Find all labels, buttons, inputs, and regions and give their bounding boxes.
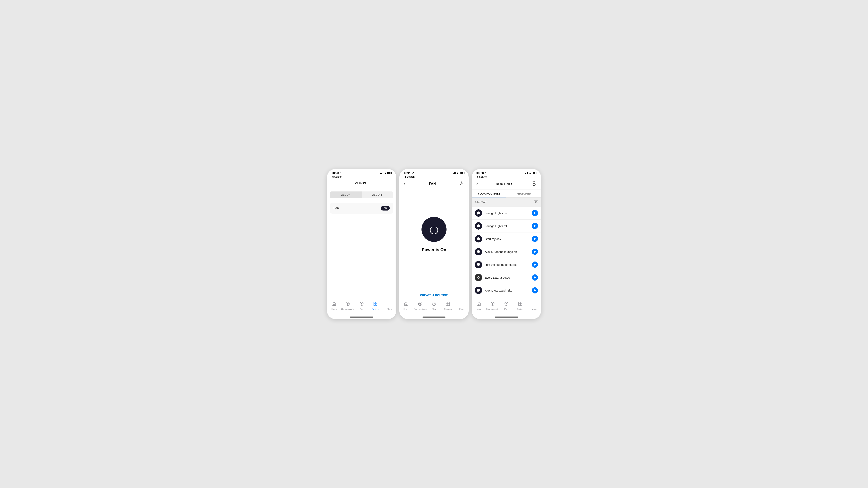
home-icon-3 [476, 301, 481, 307]
nav-communicate-label-1: Communicate [341, 308, 354, 310]
location-icon-1: ↗ [340, 172, 341, 174]
nav-play-1[interactable]: Play [355, 301, 369, 311]
nav-communicate-3[interactable]: Communicate [486, 301, 499, 311]
nav-home-label-3: Home [476, 308, 482, 310]
routine-item-4: light the lounge for carrie [472, 258, 541, 271]
nav-more-3[interactable]: More [527, 301, 541, 311]
svg-rect-6 [376, 302, 377, 304]
page-title-1: PLUGS [335, 182, 386, 185]
filter-label[interactable]: Filter/Sort [475, 201, 487, 204]
bottom-nav-3: Home Communicate Play Devices [472, 299, 541, 315]
status-icons-1: ▲ [380, 172, 392, 174]
on-badge-fan[interactable]: ON [381, 206, 390, 210]
search-back-2[interactable]: Search [407, 175, 414, 178]
nav-more-1[interactable]: More [382, 301, 396, 311]
nav-communicate-label-3: Communicate [486, 308, 499, 310]
routine-name-3: Alexa, turn the lounge on [485, 250, 529, 253]
content-1: ALL ON ALL OFF Fan ON [327, 188, 396, 299]
sub-status-2: ◀ Search [399, 175, 469, 179]
svg-marker-41 [506, 303, 507, 304]
filter-sort-icon[interactable] [534, 200, 538, 205]
bottom-nav-2: Home Communicate Play Devices [399, 299, 469, 315]
power-button[interactable] [422, 217, 446, 242]
devices-icon-1 [373, 301, 378, 307]
routine-item-5: Every Day, at 09:20 [472, 271, 541, 284]
device-row-fan: Fan ON [330, 203, 393, 214]
nav-home-1[interactable]: Home [327, 301, 341, 311]
nav-devices-2[interactable]: Devices [441, 301, 455, 311]
routine-play-5[interactable] [532, 274, 538, 281]
routine-avatar-5 [475, 274, 482, 281]
play-icon-2 [432, 301, 436, 307]
svg-point-12 [461, 183, 462, 184]
nav-devices-1[interactable]: Devices [369, 301, 382, 311]
routine-avatar-0 [475, 209, 482, 217]
svg-rect-37 [478, 304, 479, 305]
time-2: 08:28 [404, 171, 411, 174]
settings-icon[interactable] [458, 180, 466, 188]
add-routine-btn[interactable] [530, 180, 538, 188]
routine-play-3[interactable] [532, 249, 538, 255]
routine-avatar-4 [475, 261, 482, 268]
nav-communicate-2[interactable]: Communicate [413, 301, 427, 311]
nav-home-2[interactable]: Home [399, 301, 413, 311]
back-btn-3[interactable]: ‹ [475, 181, 479, 188]
all-off-btn[interactable]: ALL OFF [362, 192, 393, 198]
svg-point-15 [420, 303, 421, 304]
communicate-icon-1 [345, 301, 350, 307]
status-bar-2: 08:28 ↗ ▲ [399, 169, 469, 175]
nav-play-2[interactable]: Play [427, 301, 441, 311]
communicate-icon-3 [490, 301, 495, 307]
routine-name-0: Lounge Lights on [485, 212, 529, 215]
nav-home-label-2: Home [403, 308, 409, 310]
home-icon-1 [332, 301, 336, 307]
status-bar-1: 08:28 ↗ ▲ [327, 169, 396, 175]
devices-icon-3 [518, 301, 523, 307]
nav-bar-3: ‹ ROUTINES [472, 179, 541, 190]
nav-devices-label-3: Devices [517, 308, 524, 310]
routine-list: Lounge Lights on Lounge Lights off Start… [472, 207, 541, 299]
nav-play-3[interactable]: Play [499, 301, 513, 311]
bottom-nav-1: Home Communicate Play Devices [327, 299, 396, 315]
status-bar-3: 08:28 ↗ ▲ [472, 169, 541, 175]
routine-play-1[interactable] [532, 223, 538, 229]
nav-communicate-1[interactable]: Communicate [341, 301, 355, 311]
routine-play-6[interactable] [532, 287, 538, 293]
nav-bar-1: ‹ PLUGS [327, 179, 396, 188]
search-back-3[interactable]: Search [479, 175, 487, 178]
routine-play-2[interactable] [532, 236, 538, 242]
create-routine-btn[interactable]: CREATE A ROUTINE [399, 291, 469, 299]
location-icon-2: ↗ [412, 172, 414, 174]
routine-name-6: Alexa, lets watch Sky [485, 289, 529, 292]
signal-1 [380, 172, 383, 174]
nav-more-2[interactable]: More [455, 301, 469, 311]
page-title-2: FAN [407, 182, 458, 186]
wifi-icon-1: ▲ [384, 172, 386, 174]
status-icons-2: ▲ [453, 172, 464, 174]
home-icon-2 [404, 301, 409, 307]
devices-icon-2 [445, 301, 450, 307]
nav-home-3[interactable]: Home [472, 301, 486, 311]
routine-name-1: Lounge Lights off [485, 224, 529, 228]
tab-featured[interactable]: FEATURED [506, 190, 541, 197]
fan-main: Power is On [399, 189, 469, 291]
routine-play-4[interactable] [532, 261, 538, 268]
svg-point-2 [347, 303, 348, 304]
nav-devices-label-2: Devices [444, 308, 452, 310]
tab-your-routines[interactable]: YOUR ROUTINES [472, 190, 506, 197]
back-btn-1[interactable]: ‹ [330, 180, 335, 187]
more-icon-3 [532, 301, 536, 307]
nav-devices-3[interactable]: Devices [513, 301, 527, 311]
routine-item-0: Lounge Lights on [472, 207, 541, 220]
home-indicator-1 [327, 315, 396, 319]
routine-play-0[interactable] [532, 210, 538, 216]
routines-tabs: YOUR ROUTINES FEATURED [472, 190, 541, 198]
sub-status-1: ◀ Search [327, 175, 396, 179]
back-btn-2[interactable]: ‹ [402, 181, 407, 187]
nav-play-label-3: Play [504, 308, 508, 310]
svg-rect-45 [521, 304, 522, 305]
routine-avatar-1 [475, 222, 482, 230]
svg-rect-13 [406, 304, 407, 305]
all-on-btn[interactable]: ALL ON [330, 192, 362, 198]
search-back-1[interactable]: Search [334, 175, 342, 178]
